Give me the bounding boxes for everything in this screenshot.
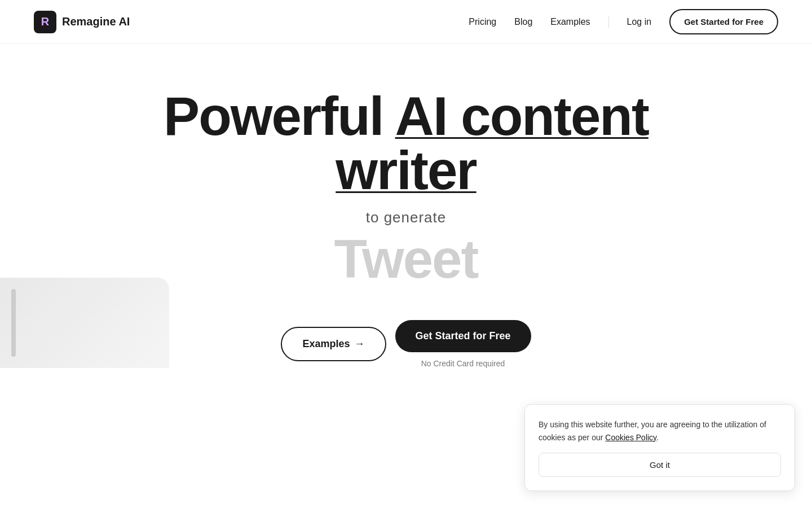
cta-subtext: No Credit Card required: [421, 359, 505, 368]
hero-animated-word: Tweet: [334, 232, 478, 286]
hero-subtitle: to generate: [366, 209, 447, 226]
nav-link-pricing[interactable]: Pricing: [469, 17, 496, 27]
hero-title-part1: Powerful: [164, 86, 395, 146]
bottom-decoration: [0, 278, 169, 368]
nav-separator: [608, 16, 609, 28]
main-cta-wrapper: Get Started for Free No Credit Card requ…: [395, 320, 531, 368]
cookie-banner: By using this website further, you are a…: [524, 404, 795, 491]
logo-initial: R: [41, 15, 49, 28]
get-started-button[interactable]: Get Started for Free: [395, 320, 531, 352]
nav-link-examples[interactable]: Examples: [550, 17, 590, 27]
nav-cta-button[interactable]: Get Started for Free: [669, 9, 778, 34]
hero-section: Powerful AI content writer to generate T…: [0, 44, 812, 368]
cta-buttons: Examples → Get Started for Free No Credi…: [281, 320, 531, 368]
examples-button-label: Examples: [302, 338, 350, 350]
logo-text: Remagine AI: [62, 15, 130, 28]
examples-button[interactable]: Examples →: [281, 327, 386, 361]
navbar: R Remagine AI Pricing Blog Examples Log …: [0, 0, 812, 44]
logo-icon: R: [34, 11, 56, 33]
examples-arrow-icon: →: [355, 338, 365, 350]
cookie-text-suffix: .: [656, 433, 659, 442]
nav-login[interactable]: Log in: [627, 17, 652, 27]
logo[interactable]: R Remagine AI: [34, 11, 130, 33]
nav-links: Pricing Blog Examples Log in Get Started…: [469, 9, 778, 34]
cookies-policy-link[interactable]: Cookies Policy: [605, 433, 656, 442]
hero-title: Powerful AI content writer: [152, 89, 660, 198]
nav-link-blog[interactable]: Blog: [514, 17, 532, 27]
cookie-text: By using this website further, you are a…: [539, 418, 781, 444]
got-it-button[interactable]: Got it: [539, 453, 781, 477]
